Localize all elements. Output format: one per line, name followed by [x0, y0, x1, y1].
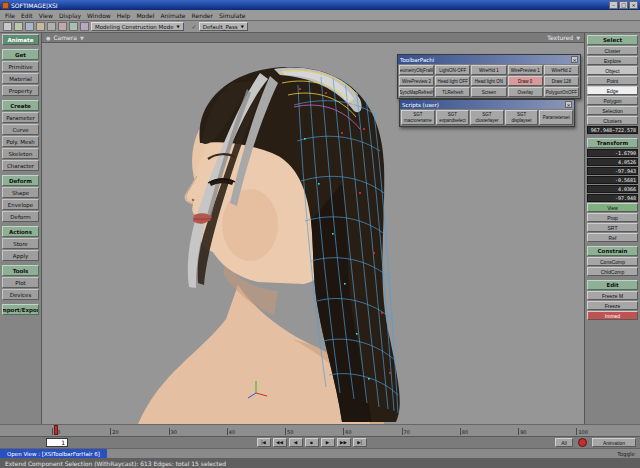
toolbar-entry[interactable]: Character — [2, 160, 39, 171]
pachi-button[interactable]: WireHid 2 — [544, 65, 579, 75]
toolbar-entry[interactable]: Skeleton — [2, 148, 39, 159]
stop-button[interactable]: ■ — [305, 438, 319, 447]
open-view-status[interactable]: Open View : [XSIToolbarForHair 6] — [0, 449, 107, 458]
toolbar-entry[interactable]: Primitive — [2, 61, 39, 72]
open-icon[interactable] — [14, 22, 23, 31]
play-button[interactable]: ▶ — [321, 438, 335, 447]
script-button[interactable]: SGT displayset — [505, 110, 539, 125]
step-back-button[interactable]: ◀◀ — [273, 438, 287, 447]
pachi-button[interactable]: TLRefresh — [435, 87, 470, 97]
menu-item[interactable]: Simulate — [219, 12, 246, 19]
view-mode-button[interactable]: View — [587, 203, 638, 212]
toolbar-entry[interactable]: Import/Export — [2, 304, 39, 315]
pachi-button[interactable]: Head light OFF — [435, 76, 470, 86]
explore-button[interactable]: Explore — [587, 56, 638, 65]
current-frame-field[interactable]: 1 — [46, 438, 68, 447]
pachi-button[interactable]: Draw 128 — [544, 76, 579, 86]
pachi-button[interactable]: Overlay — [508, 87, 543, 97]
toolbar-entry[interactable]: Tools — [2, 265, 39, 276]
transform-value-field[interactable]: -0.5681 — [587, 176, 638, 184]
script-button[interactable]: SGT clusterlayer — [470, 110, 504, 125]
pachi-button[interactable]: WirePreview 2 — [399, 76, 434, 86]
transform-value-field[interactable]: -97.948 — [587, 194, 638, 202]
toolbar-entry[interactable]: Curve — [2, 124, 39, 135]
menu-item[interactable]: View — [39, 12, 53, 19]
record-icon[interactable] — [578, 438, 587, 447]
script-button[interactable]: SGT expandselect — [436, 110, 470, 125]
chldcomp-button[interactable]: ChldComp — [587, 267, 638, 276]
playhead-marker[interactable] — [54, 425, 58, 435]
constrain-menu[interactable]: Constrain — [587, 246, 638, 256]
menu-item[interactable]: Help — [117, 12, 131, 19]
toolbar-entry[interactable]: Envelope — [2, 199, 39, 210]
filter-point-button[interactable]: Point — [587, 76, 638, 85]
toolbar-entry[interactable]: Plot — [2, 277, 39, 288]
pachi-button[interactable]: WireHid 1 — [471, 65, 506, 75]
camera-viewport[interactable]: ● Camera ▼ Textured ▼ — [42, 33, 584, 424]
paste-icon[interactable] — [80, 22, 89, 31]
toolbar-entry[interactable]: Parameter — [2, 112, 39, 123]
ref-button[interactable]: Ref — [587, 233, 638, 242]
toolbar-entry[interactable]: Devices — [2, 289, 39, 300]
toolbar-pachi-window[interactable]: ToolbarPachi × GeometryObjFraMELightON-O… — [397, 54, 581, 99]
transform-value-field[interactable]: 4.0526 — [587, 158, 638, 166]
script-button[interactable]: Parameterset — [539, 110, 573, 125]
pachi-button[interactable]: WirePreview 1 — [508, 65, 543, 75]
toolbar-entry[interactable]: Material — [2, 73, 39, 84]
timeline-ruler[interactable]: 102030405060708090100 — [0, 424, 640, 436]
prop-button[interactable]: Prop — [587, 213, 638, 222]
toolbar-entry[interactable]: Deform — [2, 211, 39, 222]
srt-button[interactable]: SRT — [587, 223, 638, 232]
immed-button[interactable]: Immed — [587, 311, 638, 320]
toolbar-entry[interactable]: Property — [2, 85, 39, 96]
pachi-button[interactable]: Draw 0 — [508, 76, 543, 86]
pachi-button[interactable]: Head light ON — [471, 76, 506, 86]
pachi-button[interactable]: SyncMapRefresh — [399, 87, 434, 97]
all-dropdown[interactable]: All — [555, 438, 573, 447]
menu-item[interactable]: Render — [192, 12, 213, 19]
pachi-button[interactable]: PolygonOnOFF — [544, 87, 579, 97]
menu-item[interactable]: Animate — [160, 12, 185, 19]
menu-item[interactable]: Model — [136, 12, 154, 19]
edit-menu[interactable]: Edit — [587, 280, 638, 290]
toolbar-entry[interactable]: Get — [2, 49, 39, 60]
scripts-titlebar[interactable]: Scripts (user) × — [400, 100, 574, 109]
viewport-camera-menu[interactable]: Camera — [53, 34, 77, 41]
menu-item[interactable]: File — [5, 12, 15, 19]
new-scene-icon[interactable] — [3, 22, 12, 31]
toolbar-entry[interactable]: Store — [2, 238, 39, 249]
toolbar-entry[interactable]: Create — [2, 100, 39, 111]
toolbar-pachi-titlebar[interactable]: ToolbarPachi × — [398, 55, 580, 64]
transform-menu[interactable]: Transform — [587, 138, 638, 148]
transform-value-field[interactable]: -1.6790 — [587, 149, 638, 157]
transform-value-field[interactable]: 4.0366 — [587, 185, 638, 193]
toolbar-entry[interactable]: Poly. Mesh — [2, 136, 39, 147]
select-menu[interactable]: Select — [587, 35, 638, 45]
filter-object-button[interactable]: Object — [587, 66, 638, 75]
freeze-button[interactable]: Freeze — [587, 301, 638, 310]
minimize-button[interactable]: – — [609, 1, 618, 9]
animation-button[interactable]: Animation — [592, 438, 636, 447]
close-icon[interactable]: × — [571, 56, 578, 63]
copy-icon[interactable] — [69, 22, 78, 31]
filter-polygon-button[interactable]: Polygon — [587, 96, 638, 105]
toolbar-entry[interactable]: Animate — [2, 34, 39, 45]
filter-edge-button[interactable]: Edge — [587, 86, 638, 95]
transform-value-field[interactable]: -97.943 — [587, 167, 638, 175]
scripts-window[interactable]: Scripts (user) × SGT macrorename SGT exp… — [399, 99, 575, 127]
save-icon[interactable] — [25, 22, 34, 31]
redo-icon[interactable] — [47, 22, 56, 31]
render-pass-dropdown[interactable]: Default_Pass ▼ — [199, 22, 248, 31]
maximize-button[interactable]: □ — [619, 1, 628, 9]
menu-item[interactable]: Edit — [21, 12, 33, 19]
menu-item[interactable]: Display — [59, 12, 81, 19]
cluster-button[interactable]: Cluster — [587, 46, 638, 55]
toolbar-entry[interactable]: Apply — [2, 250, 39, 261]
pachi-button[interactable]: LightON-OFF — [435, 65, 470, 75]
step-forward-button[interactable]: ▶▶ — [337, 438, 351, 447]
go-end-button[interactable]: ▶| — [353, 438, 367, 447]
menu-item[interactable]: Window — [87, 12, 111, 19]
pachi-button[interactable]: GeometryObjFraME — [399, 65, 434, 75]
clusters-button[interactable]: Clusters — [587, 116, 638, 125]
toolbar-entry[interactable]: Deform — [2, 175, 39, 186]
